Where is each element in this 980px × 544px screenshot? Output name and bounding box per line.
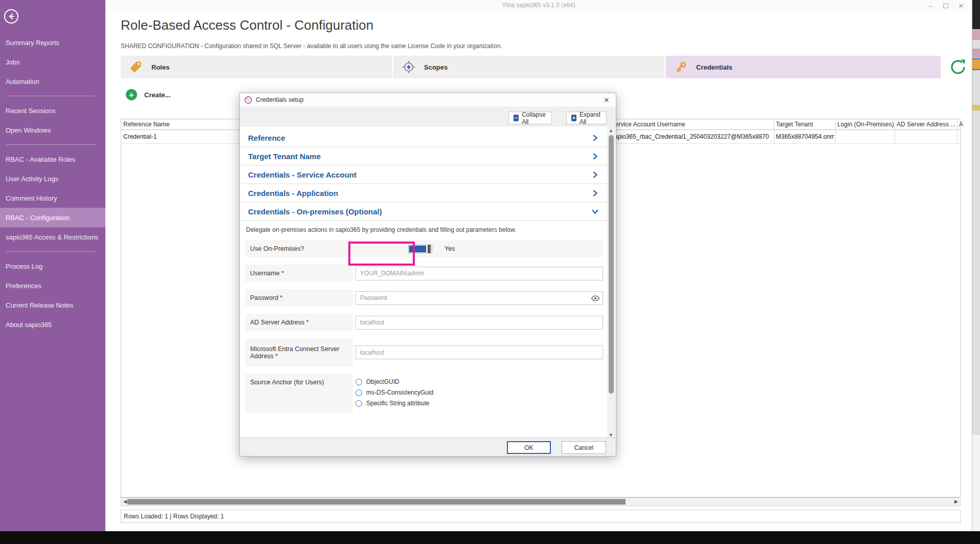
section-label: Credentials - On-premises (Optional) <box>248 207 382 216</box>
show-password-eye-icon[interactable] <box>591 294 600 303</box>
radio-ms-ds-consistencyguid[interactable]: ms-DS-ConsistencyGuid <box>355 389 433 396</box>
plus-icon: + <box>126 89 137 100</box>
column-header-target-tenant[interactable]: Target Tenant <box>776 121 834 128</box>
maximize-icon <box>943 4 948 8</box>
section-label: Target Tenant Name <box>248 152 321 161</box>
scroll-right-icon[interactable]: ▶ <box>954 499 958 504</box>
column-divider <box>835 119 836 144</box>
sidebar-item-jobs[interactable]: Jobs <box>0 52 105 72</box>
radio-objectguid[interactable]: ObjectGUID <box>355 378 433 385</box>
ad-server-address-row: AD Server Address * <box>245 314 603 331</box>
right-edge-strip <box>972 0 980 531</box>
expand-icon: + <box>571 115 576 121</box>
cell-service-account-username: sapio365_rbac_Credential1_250403203227@M… <box>611 133 769 140</box>
cell-target-tenant: M365x88704954.onmicrosoft.com <box>776 133 834 140</box>
radio-label: ObjectGUID <box>366 378 399 385</box>
ad-server-address-input[interactable] <box>355 316 603 330</box>
username-row: Username * <box>245 265 603 282</box>
chevron-right-icon <box>591 134 599 142</box>
section-credentials-application[interactable]: Credentials - Application <box>242 184 607 203</box>
section-label: Reference <box>248 134 285 142</box>
toggle-fill <box>409 246 426 252</box>
target-icon <box>402 60 416 74</box>
radio-icon <box>355 400 362 407</box>
section-reference[interactable]: Reference <box>242 129 607 147</box>
window-titlebar: Ytria sapio365 v3.1.0 (x64) – ✕ <box>105 0 972 11</box>
sidebar-item-current-release-notes[interactable]: Current Release Notes <box>0 295 105 315</box>
source-anchor-row: Source Anchor (for Users) ObjectGUID ms-… <box>245 374 603 413</box>
column-header-reference-name[interactable]: Reference Name <box>123 121 170 128</box>
sidebar-item-rbac-configuration[interactable]: RBAC - Configuration <box>0 208 105 227</box>
ok-button[interactable]: OK <box>507 441 551 454</box>
tab-scopes[interactable]: Scopes <box>393 56 664 78</box>
column-header-login-on-premises[interactable]: Login (On-Premises) <box>837 121 894 128</box>
ytria-logo-icon <box>244 96 252 104</box>
tab-label: Credentials <box>696 63 732 71</box>
scrollbar-thumb[interactable] <box>609 135 614 394</box>
refresh-icon[interactable] <box>948 57 968 77</box>
expand-all-label: Expand All <box>580 111 602 125</box>
entra-connect-server-label: Microsoft Entra Connect Server Address * <box>245 338 353 366</box>
back-arrow-icon <box>7 12 15 20</box>
horizontal-scrollbar[interactable]: ◀ ▶ <box>121 497 961 506</box>
entra-connect-server-row: Microsoft Entra Connect Server Address * <box>245 338 603 366</box>
sidebar-item-user-activity-logs[interactable]: User Activity Logs <box>0 169 105 188</box>
password-label: Password * <box>245 289 353 307</box>
sidebar-item-about-sapio365[interactable]: About sapio365 <box>0 315 105 334</box>
sidebar-item-recent-sessions[interactable]: Recent Sessions <box>0 101 105 120</box>
create-button[interactable]: + Create... <box>126 89 170 100</box>
sidebar-divider <box>6 251 95 252</box>
radio-specific-string-attribute[interactable]: Specific String attribute <box>355 400 433 407</box>
maximize-button[interactable] <box>942 2 949 9</box>
tag-icon <box>129 60 143 74</box>
scroll-up-icon[interactable]: ▲ <box>609 128 613 133</box>
section-credentials-on-premises[interactable]: Credentials - On-premises (Optional) <box>242 203 607 221</box>
back-button[interactable] <box>4 9 18 24</box>
column-header-service-account-username[interactable]: Service Account Username <box>611 121 685 128</box>
dialog-titlebar: Credentials setup ✕ <box>240 93 616 106</box>
sidebar-item-preferences[interactable]: Preferences <box>0 276 105 295</box>
username-input[interactable] <box>355 267 603 280</box>
window-controls: – ✕ <box>927 0 965 11</box>
use-on-premises-toggle[interactable] <box>408 245 432 253</box>
scroll-left-icon[interactable]: ◀ <box>123 499 127 504</box>
sidebar-item-process-log[interactable]: Process Log <box>0 256 105 276</box>
sidebar-item-rbac-available-roles[interactable]: RBAC - Available Roles <box>0 149 105 169</box>
dialog-close-button[interactable]: ✕ <box>602 95 611 104</box>
credentials-setup-dialog: Credentials setup ✕ − Collapse All + Exp… <box>239 93 616 456</box>
sidebar-item-summary-reports[interactable]: Summary Reports <box>0 33 105 52</box>
minimize-button[interactable]: – <box>927 2 934 9</box>
column-header-partial[interactable]: A <box>959 121 963 128</box>
app-window: Summary Reports Jobs Automation Recent S… <box>0 0 980 544</box>
section-credentials-service-account[interactable]: Credentials - Service Account <box>242 166 607 184</box>
tab-credentials[interactable]: Credentials <box>665 56 941 78</box>
sidebar-item-sapio365-access-restrictions[interactable]: sapio365 Access & Restrictions <box>0 227 105 247</box>
collapse-all-button[interactable]: − Collapse All <box>508 112 552 124</box>
column-divider <box>957 119 957 144</box>
bottom-black-bar <box>0 531 980 544</box>
expand-all-button[interactable]: + Expand All <box>566 112 607 124</box>
password-row: Password * <box>245 289 603 307</box>
chevron-right-icon <box>591 171 599 179</box>
sidebar-item-automation[interactable]: Automation <box>0 72 105 91</box>
entra-connect-server-input[interactable] <box>355 345 603 359</box>
column-divider <box>895 119 895 144</box>
sidebar-item-open-windows[interactable]: Open Windows <box>0 120 105 140</box>
section-label: Credentials - Application <box>248 189 338 198</box>
cell-reference-name: Credential-1 <box>123 133 157 140</box>
sidebar-divider <box>6 96 95 96</box>
edge-segment <box>972 435 980 531</box>
scroll-down-icon[interactable]: ▼ <box>609 432 613 438</box>
column-header-ad-server-address[interactable]: AD Server Address ... <box>897 121 955 128</box>
password-input[interactable] <box>355 291 603 305</box>
close-button[interactable]: ✕ <box>957 2 965 9</box>
toggle-handle[interactable] <box>427 244 431 254</box>
cancel-button[interactable]: Cancel <box>562 441 606 454</box>
sidebar-item-comment-history[interactable]: Comment History <box>0 188 105 208</box>
column-divider <box>774 119 774 144</box>
dialog-vertical-scrollbar[interactable]: ▲ ▼ <box>607 127 615 439</box>
toggle-value-label: Yes <box>444 245 455 252</box>
scrollbar-thumb[interactable] <box>127 499 626 505</box>
tab-roles[interactable]: Roles <box>121 56 392 78</box>
section-target-tenant-name[interactable]: Target Tenant Name <box>242 147 607 166</box>
